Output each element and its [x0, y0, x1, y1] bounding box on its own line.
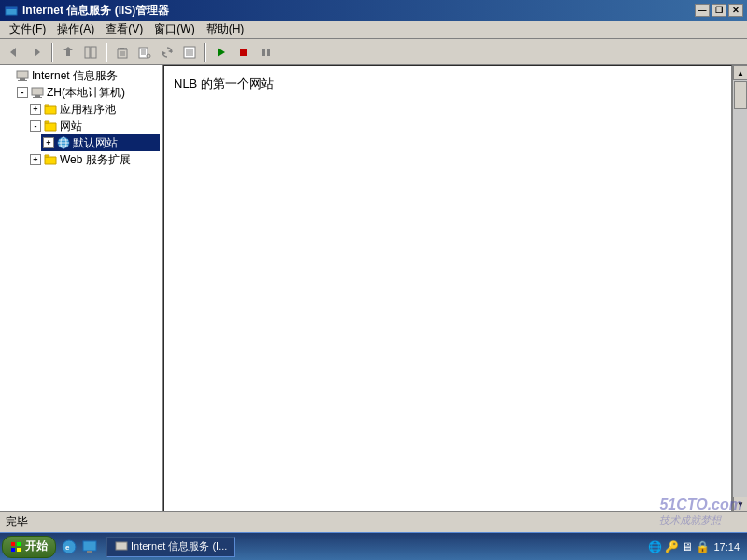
taskbar: 开始 e Internet 信息服务 (I... 🌐 — [0, 532, 747, 560]
separator-2 — [106, 43, 107, 62]
svg-rect-48 — [87, 551, 92, 553]
window-controls: — ❐ ✕ — [695, 4, 743, 17]
svg-rect-43 — [11, 548, 15, 552]
tree-row-apppool[interactable]: + 应用程序池 — [28, 101, 160, 118]
app-icon — [4, 3, 19, 18]
computer-icon — [15, 68, 30, 83]
taskbar-item-iis[interactable]: Internet 信息服务 (I... — [106, 537, 235, 557]
svg-rect-50 — [116, 542, 127, 550]
delete-button[interactable] — [112, 42, 133, 63]
tray-monitor-icon: 🖥 — [682, 540, 693, 553]
menu-window[interactable]: 窗口(W) — [148, 20, 200, 39]
menu-help[interactable]: 帮助(H) — [201, 20, 250, 39]
tree-indent-webext: + Web 服务扩展 — [15, 151, 160, 168]
svg-marker-20 — [162, 51, 166, 55]
close-button[interactable]: ✕ — [728, 4, 743, 17]
svg-rect-49 — [85, 553, 94, 553]
separator-1 — [51, 43, 53, 62]
pause-button[interactable] — [256, 42, 276, 63]
tray-globe-icon: 🌐 — [648, 540, 662, 553]
menu-action[interactable]: 操作(A) — [51, 20, 100, 39]
svg-rect-29 — [267, 49, 270, 56]
spacer — [4, 70, 15, 81]
computer-icon-zh — [30, 85, 45, 100]
svg-rect-41 — [11, 542, 15, 546]
tree-label-default-site: 默认网站 — [73, 135, 118, 151]
expander-sites[interactable]: - — [30, 120, 41, 132]
svg-marker-3 — [35, 48, 40, 57]
content-panel: NLB 的第一个网站 — [163, 65, 732, 511]
tree-row-root[interactable]: Internet 信息服务 — [2, 67, 160, 84]
svg-rect-30 — [17, 71, 28, 78]
folder-icon-sites — [43, 119, 58, 133]
up-button[interactable] — [58, 42, 78, 63]
tree-row-default-site[interactable]: + 默认网站 — [41, 134, 160, 151]
scrollbar-right[interactable]: ▲ ▼ — [732, 65, 747, 511]
export-button[interactable] — [179, 42, 200, 63]
tree-row-sites[interactable]: - 网站 — [28, 118, 160, 134]
tree-row-webext[interactable]: + Web 服务扩展 — [28, 151, 160, 168]
svg-marker-5 — [63, 47, 73, 50]
svg-rect-28 — [262, 49, 265, 56]
globe-icon-default-site — [56, 135, 71, 150]
tree-label-webext: Web 服务扩展 — [60, 152, 131, 168]
folder-icon-webext — [43, 152, 58, 167]
content-text: NLB 的第一个网站 — [174, 76, 722, 92]
svg-marker-2 — [10, 48, 16, 57]
tray-icons: 🌐 🔑 🖥 🔒 — [648, 540, 710, 553]
scroll-down-button[interactable]: ▼ — [733, 497, 747, 511]
tray-lock-icon: 🔒 — [696, 540, 710, 553]
show-hide-button[interactable] — [80, 42, 101, 63]
refresh-button[interactable] — [157, 42, 177, 63]
quicklaunch-ie[interactable]: e — [60, 538, 78, 556]
menu-view[interactable]: 查看(V) — [100, 20, 148, 39]
svg-marker-26 — [218, 48, 225, 57]
taskbar-items: Internet 信息服务 (I... — [103, 537, 642, 557]
svg-rect-35 — [33, 97, 42, 98]
svg-point-18 — [147, 54, 150, 58]
tree-indent-default-site: + 默认网站 — [28, 134, 160, 151]
expander-apppool[interactable]: + — [30, 104, 41, 115]
quicklaunch-desktop[interactable] — [80, 538, 99, 556]
tree-indent-zh: - ZH(本地计算机) + — [2, 84, 160, 168]
expander-webext[interactable]: + — [30, 154, 41, 165]
properties-button[interactable] — [134, 42, 155, 63]
svg-rect-1 — [6, 7, 17, 9]
status-text: 完毕 — [6, 514, 741, 530]
back-button[interactable] — [4, 42, 24, 63]
forward-button[interactable] — [26, 42, 47, 63]
minimize-button[interactable]: — — [695, 4, 710, 17]
expander-zh[interactable]: - — [17, 87, 28, 98]
start-label: 开始 — [25, 539, 48, 554]
play-button[interactable] — [211, 42, 232, 63]
svg-rect-6 — [85, 47, 90, 58]
tray-key-icon: 🔑 — [665, 540, 679, 553]
svg-rect-34 — [35, 95, 40, 97]
svg-rect-47 — [83, 541, 96, 551]
main-area: Internet 信息服务 - ZH(本地计算机) — [0, 65, 747, 511]
title-bar: Internet 信息服务 (IIS)管理器 — ❐ ✕ — [0, 0, 747, 21]
scroll-thumb[interactable] — [734, 81, 747, 109]
menu-file[interactable]: 文件(F) — [4, 20, 51, 39]
svg-rect-33 — [32, 88, 43, 95]
tree-panel[interactable]: Internet 信息服务 - ZH(本地计算机) — [0, 65, 163, 511]
tree-label-sites: 网站 — [60, 119, 82, 134]
status-bar: 完毕 — [0, 511, 747, 532]
svg-rect-42 — [17, 542, 21, 546]
restore-button[interactable]: ❐ — [712, 4, 726, 17]
svg-rect-44 — [17, 548, 21, 552]
svg-text:e: e — [65, 543, 70, 552]
scroll-up-button[interactable]: ▲ — [733, 65, 747, 80]
svg-rect-32 — [18, 80, 27, 81]
stop-button[interactable] — [233, 42, 254, 63]
tree-indent-sites: - 网站 + — [15, 118, 160, 151]
start-button[interactable]: 开始 — [2, 536, 56, 558]
toolbar — [0, 39, 747, 65]
system-tray: 🌐 🔑 🖥 🔒 17:14 — [642, 540, 745, 553]
svg-rect-21 — [184, 47, 195, 58]
separator-3 — [204, 43, 206, 62]
expander-default-site[interactable]: + — [43, 137, 54, 148]
tree-row-zh[interactable]: - ZH(本地计算机) — [15, 84, 160, 101]
tree-label-zh: ZH(本地计算机) — [47, 85, 125, 101]
svg-marker-19 — [168, 49, 172, 53]
